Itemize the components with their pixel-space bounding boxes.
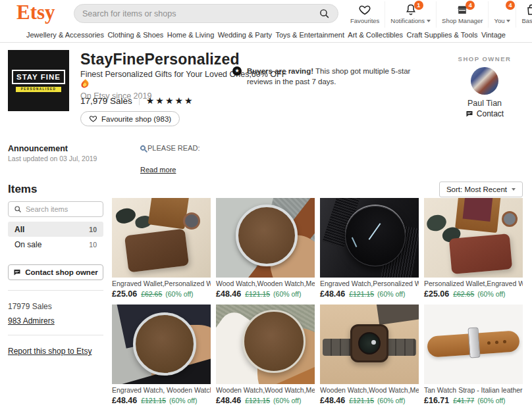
product-price-row: £48.46 £121.15 (60% off) xyxy=(112,396,211,405)
chevron-down-icon xyxy=(506,20,510,22)
raving-banner: Buyers are raving! This shop got multipl… xyxy=(232,66,427,87)
product-original-price: £121.15 xyxy=(349,397,374,404)
product-title[interactable]: Tan Watch Strap - Italian leather stra..… xyxy=(424,386,523,395)
shop-logo-subtitle: PERSONALISED xyxy=(16,87,62,92)
heart-icon xyxy=(89,114,97,123)
product-price: £25.06 xyxy=(424,289,449,299)
etsy-logo[interactable]: Etsy xyxy=(16,1,55,24)
shop-manager-badge: 4 xyxy=(466,1,475,10)
report-shop-link[interactable]: Report this shop to Etsy xyxy=(8,347,92,356)
product-card[interactable]: Wooden Watch,Wood Watch,Mens ... £48.46 … xyxy=(320,305,419,405)
product-price: £48.46 xyxy=(320,396,345,405)
nav-toys[interactable]: Toys & Entertainment xyxy=(275,28,344,42)
product-image[interactable] xyxy=(424,198,523,278)
product-discount: (60% off) xyxy=(165,290,193,298)
nav-vintage[interactable]: Vintage xyxy=(481,28,506,42)
product-card[interactable]: Engraved Watch, Wooden Watch,Wo... £48.4… xyxy=(112,305,211,405)
chevron-down-icon xyxy=(427,20,431,22)
filter-on-sale[interactable]: On sale10 xyxy=(8,237,103,252)
notifications-button[interactable]: 1 Notifications xyxy=(385,1,436,28)
basket-button[interactable]: Basket xyxy=(516,1,532,28)
product-card[interactable]: Tan Watch Strap - Italian leather stra..… xyxy=(424,305,523,405)
search-input[interactable] xyxy=(82,9,319,18)
product-title[interactable]: Wood Watch,Wooden Watch,Mens ... xyxy=(216,280,315,288)
shop-sales-count: 17,979 Sales xyxy=(80,96,132,106)
nav-home[interactable]: Home & Living xyxy=(167,28,215,42)
category-nav: Jewellery & Accessories Clothing & Shoes… xyxy=(0,28,532,43)
fire-icon xyxy=(80,79,90,89)
shop-logo-title: STAY FINE xyxy=(12,70,65,84)
product-discount: (60% off) xyxy=(477,397,505,404)
star-rating[interactable]: ★★★★★ xyxy=(146,95,194,106)
product-image[interactable] xyxy=(112,305,211,384)
notifications-label: Notifications xyxy=(390,17,425,24)
sort-label: Sort: Most Recent xyxy=(446,185,507,193)
item-filters: All10 On sale10 xyxy=(8,222,103,252)
contact-owner-link[interactable]: Contact xyxy=(452,109,518,118)
product-discount: (60% off) xyxy=(477,290,505,298)
shop-name: StayFinePersonalized xyxy=(80,51,240,68)
product-price: £48.46 xyxy=(320,289,345,299)
product-title[interactable]: Wooden Watch,Wood Watch,Mens ... xyxy=(216,386,315,395)
shop-manager-button[interactable]: 4 Shop Manager xyxy=(436,1,488,28)
product-image[interactable] xyxy=(216,198,315,278)
filter-all-count: 10 xyxy=(89,226,97,233)
nav-craft[interactable]: Craft Supplies & Tools xyxy=(406,28,477,42)
product-grid: Engraved Wallet,Personalized Wallet... £… xyxy=(112,198,524,405)
product-title[interactable]: Engraved Wallet,Personalized Wallet... xyxy=(112,280,211,288)
owner-avatar[interactable] xyxy=(471,67,498,95)
product-original-price: £121.15 xyxy=(349,290,374,298)
sort-dropdown[interactable]: Sort: Most Recent xyxy=(439,182,523,197)
announcement-updated: Last updated on 03 Jul, 2019 xyxy=(8,155,97,162)
product-original-price: £121.15 xyxy=(141,397,166,404)
product-image[interactable] xyxy=(320,305,419,384)
admirers-link[interactable]: 983 Admirers xyxy=(8,316,55,326)
read-more-link[interactable]: Read more xyxy=(140,166,176,174)
product-original-price: £62.65 xyxy=(141,290,162,298)
product-title[interactable]: Engraved Watch,Personalized Watch... xyxy=(320,280,419,288)
product-original-price: £121.15 xyxy=(245,397,270,404)
product-title[interactable]: Engraved Watch, Wooden Watch,Wo... xyxy=(112,386,211,395)
basket-label: Basket xyxy=(521,17,532,24)
product-card[interactable]: Personalized Wallet,Engraved Wallet... £… xyxy=(424,198,523,299)
favourite-shop-label: Favourite shop (983) xyxy=(101,115,171,123)
nav-clothing[interactable]: Clothing & Shoes xyxy=(107,28,163,42)
product-price-row: £16.71 £41.77 (60% off) xyxy=(424,396,523,405)
product-price-row: £48.46 £121.15 (60% off) xyxy=(216,289,315,299)
product-title[interactable]: Personalized Wallet,Engraved Wallet... xyxy=(424,280,523,288)
product-price-row: £25.06 £62.65 (60% off) xyxy=(424,289,523,299)
search-icon[interactable] xyxy=(319,8,330,19)
you-menu-button[interactable]: 4 You xyxy=(488,1,516,28)
shop-rating-row: 17,979 Sales ★★★★★ xyxy=(80,95,194,106)
contact-shop-owner-label: Contact shop owner xyxy=(25,268,98,276)
shop-manager-label: Shop Manager xyxy=(442,17,483,24)
items-search[interactable] xyxy=(8,201,103,217)
product-image[interactable] xyxy=(320,198,419,278)
filter-all[interactable]: All10 xyxy=(8,222,103,237)
product-card[interactable]: Wood Watch,Wooden Watch,Mens ... £48.46 … xyxy=(216,198,315,299)
product-original-price: £41.77 xyxy=(453,397,474,404)
chat-icon xyxy=(466,110,473,118)
items-search-input[interactable] xyxy=(26,205,97,213)
shop-logo[interactable]: STAY FINE PERSONALISED xyxy=(8,50,69,111)
product-card[interactable]: Wooden Watch,Wood Watch,Mens ... £48.46 … xyxy=(216,305,315,405)
nav-wedding[interactable]: Wedding & Party xyxy=(218,28,272,42)
chevron-down-icon xyxy=(512,188,516,191)
product-card[interactable]: Engraved Watch,Personalized Watch... £48… xyxy=(320,198,419,299)
nav-jewellery[interactable]: Jewellery & Accessories xyxy=(26,28,104,42)
nav-art[interactable]: Art & Collectibles xyxy=(348,28,403,42)
favourite-shop-button[interactable]: Favourite shop (983) xyxy=(80,111,180,126)
product-card[interactable]: Engraved Wallet,Personalized Wallet... £… xyxy=(112,198,211,299)
contact-shop-owner-button[interactable]: Contact shop owner xyxy=(8,264,103,280)
product-discount: (60% off) xyxy=(169,397,197,404)
product-image[interactable] xyxy=(424,305,523,384)
product-image[interactable] xyxy=(216,305,315,384)
owner-name[interactable]: Paul Tian xyxy=(452,99,518,108)
favourites-button[interactable]: Favourites xyxy=(345,1,385,28)
product-image[interactable] xyxy=(112,198,211,278)
product-title[interactable]: Wooden Watch,Wood Watch,Mens ... xyxy=(320,386,419,395)
product-price-row: £48.46 £121.15 (60% off) xyxy=(320,289,419,299)
global-search[interactable] xyxy=(74,4,338,23)
divider xyxy=(139,96,140,105)
header-actions: Favourites 1 Notifications 4 Shop Manage… xyxy=(345,1,532,28)
